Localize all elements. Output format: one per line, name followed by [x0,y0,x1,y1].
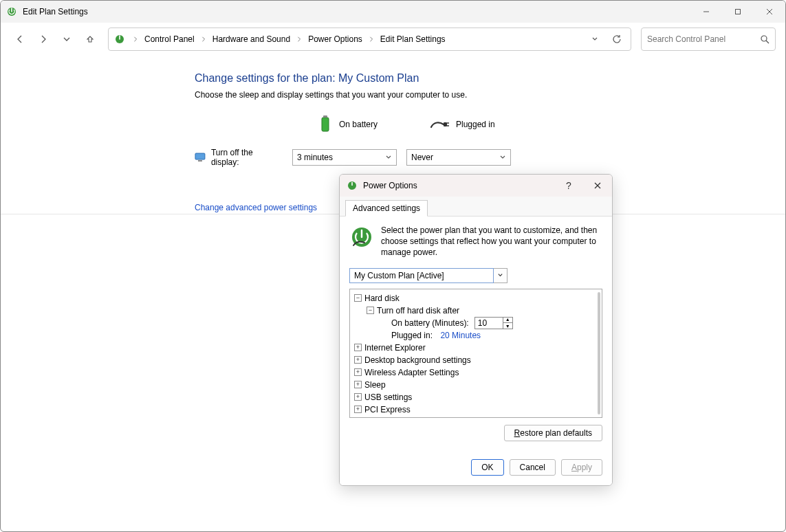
chevron-right-icon[interactable] [367,34,376,44]
expand-icon[interactable]: + [354,393,362,401]
dialog-titlebar: Power Options ? [340,175,612,197]
search-input[interactable] [647,34,756,44]
maximize-button[interactable] [722,1,754,23]
collapse-icon[interactable]: − [354,294,362,302]
page-subtext: Choose the sleep and display settings th… [195,90,785,100]
svg-rect-2 [736,10,741,14]
chevron-right-icon[interactable] [294,34,304,44]
on-battery-spinner[interactable]: ▲▼ [474,317,513,329]
node-display[interactable]: Display [364,416,391,418]
power-options-dialog: Power Options ? Advanced settings Select… [339,174,613,486]
expand-icon[interactable]: + [354,368,362,376]
svg-rect-13 [195,153,205,159]
display-battery-dropdown[interactable]: 3 minutes [292,149,397,166]
node-wireless[interactable]: Wireless Adapter Settings [364,366,459,379]
power-icon [6,6,17,17]
node-turn-off-hdd[interactable]: Turn off hard disk after [377,304,459,317]
spin-down[interactable]: ▼ [503,323,512,329]
refresh-button[interactable] [607,30,626,49]
settings-tree[interactable]: −Hard disk −Turn off hard disk after On … [349,289,602,418]
svg-point-6 [761,36,767,41]
node-desktop[interactable]: Desktop background settings [364,354,471,366]
plan-select[interactable]: My Custom Plan [Active] [349,268,602,283]
chevron-down-icon [499,154,506,161]
tree-scrollbar[interactable] [598,292,600,414]
dialog-footer: OK Cancel Apply [340,450,612,485]
dialog-close-button[interactable] [586,176,609,195]
col-plugged-label: Plugged in [456,120,495,129]
on-battery-input[interactable] [475,318,503,328]
minimize-button[interactable] [690,1,722,23]
search-box[interactable] [641,27,776,51]
crumb-edit[interactable]: Edit Plan Settings [378,33,448,45]
node-hard-disk[interactable]: Hard disk [364,292,400,304]
col-battery-label: On battery [339,120,378,129]
svg-line-7 [766,41,769,43]
page-heading: Change settings for the plan: My Custom … [195,72,785,85]
search-icon [760,34,769,44]
node-usb[interactable]: USB settings [364,391,412,403]
svg-rect-10 [444,122,447,126]
plan-select-dropdown[interactable] [494,268,507,283]
apply-button[interactable]: Apply [561,459,602,476]
dialog-title: Power Options [363,181,417,190]
back-button[interactable] [10,30,30,49]
display-setting-row: Turn off the display: 3 minutes Never [195,148,785,167]
node-ie[interactable]: Internet Explorer [364,342,426,354]
svg-rect-8 [322,118,329,131]
address-dropdown[interactable] [588,32,602,46]
node-pci[interactable]: PCI Express [364,403,411,416]
help-button[interactable]: ? [557,176,580,195]
power-plan-icon [349,225,374,250]
advanced-link[interactable]: Change advanced power settings [195,203,317,212]
window-title: Edit Plan Settings [23,7,88,16]
up-button[interactable] [80,30,100,49]
battery-icon [318,115,332,134]
plan-select-value: My Custom Plan [Active] [349,268,494,283]
address-bar[interactable]: Control Panel Hardware and Sound Power O… [108,27,631,51]
display-plugged-dropdown[interactable]: Never [406,149,511,166]
recent-dropdown[interactable] [57,30,76,49]
crumb-hardware[interactable]: Hardware and Sound [210,33,293,45]
display-battery-value: 3 minutes [297,153,333,162]
forward-button[interactable] [34,30,53,49]
dialog-tabs: Advanced settings [340,197,612,217]
spin-up[interactable]: ▲ [503,317,512,323]
close-button[interactable] [754,1,785,23]
tab-advanced[interactable]: Advanced settings [345,200,428,217]
cancel-button[interactable]: Cancel [510,459,556,476]
ok-button[interactable]: OK [471,459,503,476]
svg-rect-14 [198,160,202,162]
restore-defaults-button[interactable]: Restore plan defaults [504,425,602,441]
chevron-right-icon[interactable] [131,34,140,44]
collapse-icon[interactable]: − [367,307,374,314]
on-battery-label: On battery (Minutes): [391,317,469,329]
expand-icon[interactable]: + [354,381,362,388]
navbar: Control Panel Hardware and Sound Power O… [1,23,785,56]
window-titlebar: Edit Plan Settings [1,1,785,23]
display-label: Turn off the display: [211,148,283,167]
power-icon [114,34,125,45]
expand-icon[interactable]: + [354,406,362,413]
power-icon [347,180,358,191]
svg-rect-9 [323,115,327,118]
dialog-desc: Select the power plan that you want to c… [381,225,602,258]
display-plugged-value: Never [411,153,433,162]
chevron-right-icon[interactable] [199,34,208,44]
plug-icon [430,119,449,130]
crumb-power[interactable]: Power Options [305,33,365,45]
crumb-control-panel[interactable]: Control Panel [142,33,197,45]
chevron-down-icon [385,154,392,161]
plugged-in-label: Plugged in: [391,329,433,342]
expand-icon[interactable]: + [354,356,362,364]
plugged-in-value[interactable]: 20 Minutes [440,329,481,342]
monitor-icon [195,152,206,163]
column-headers: On battery Plugged in [318,115,785,134]
node-sleep[interactable]: Sleep [364,379,386,391]
expand-icon[interactable]: + [354,344,362,351]
